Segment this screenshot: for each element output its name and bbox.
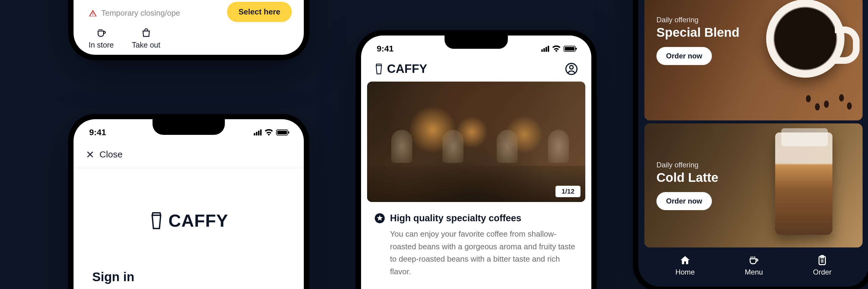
app-header: CAFFY: [361, 62, 591, 81]
option-take-out[interactable]: Take out: [132, 27, 160, 49]
close-label: Close: [99, 149, 123, 159]
status-time: 9:41: [89, 128, 106, 137]
cellular-icon: [541, 46, 549, 52]
home-icon: [680, 255, 690, 265]
card-eyebrow: Daily offering: [656, 161, 718, 169]
warning-icon: [89, 9, 97, 17]
brand-name: CAFFY: [387, 62, 427, 76]
nav-menu[interactable]: Menu: [745, 255, 763, 276]
card-title: Cold Latte: [656, 170, 718, 185]
nav-label: Menu: [745, 268, 763, 276]
battery-icon: [276, 130, 288, 136]
wifi-icon: [265, 129, 273, 136]
cup-logo-icon: [149, 212, 164, 230]
order-now-button[interactable]: Order now: [656, 192, 712, 210]
headline-row: High quality specialty coffees: [361, 202, 591, 228]
select-here-button[interactable]: Select here: [227, 2, 292, 22]
profile-icon[interactable]: [565, 62, 578, 76]
option-in-store[interactable]: In store: [89, 27, 114, 49]
nav-order[interactable]: Order: [813, 255, 832, 276]
clipboard-icon: [817, 255, 828, 265]
status-icons: [254, 129, 288, 136]
card-special-blend[interactable]: Daily offering Special Blend Order now: [644, 0, 863, 120]
battery-icon: [564, 46, 576, 52]
bag-icon: [141, 27, 152, 38]
option-label: In store: [89, 41, 114, 49]
card-eyebrow: Daily offering: [656, 16, 739, 24]
status-time: 9:41: [377, 44, 394, 53]
hero-image[interactable]: 1/12: [367, 81, 585, 202]
close-icon: [86, 150, 95, 159]
nav-label: Order: [813, 268, 832, 276]
headline-text: High quality specialty coffees: [390, 213, 521, 224]
status-icons: [541, 45, 576, 52]
iced-latte-image: [775, 133, 832, 235]
coffee-beans-image: [796, 93, 857, 111]
brand-name: CAFFY: [168, 210, 228, 230]
service-options: In store Take out: [73, 22, 304, 55]
option-label: Take out: [132, 41, 160, 49]
brand-logo[interactable]: CAFFY: [374, 62, 427, 76]
body-text: You can enjoy your favorite coffee from …: [361, 228, 591, 278]
cellular-icon: [254, 130, 261, 136]
bottom-nav: Home Menu Order: [638, 248, 868, 287]
card-title: Special Blend: [656, 25, 739, 40]
menu-cup-icon: [748, 255, 759, 265]
nav-label: Home: [675, 268, 695, 276]
close-button[interactable]: Close: [73, 146, 304, 168]
wifi-icon: [552, 45, 561, 52]
nav-home[interactable]: Home: [675, 255, 695, 276]
brand-logo: CAFFY: [73, 168, 304, 230]
signin-heading: Sign in: [73, 230, 304, 284]
card-cold-latte[interactable]: Daily offering Cold Latte Order now: [644, 123, 863, 248]
svg-point-1: [569, 65, 573, 69]
image-counter: 1/12: [555, 186, 581, 197]
cup-icon: [96, 27, 107, 38]
warning-text: Temporary closing/ope: [101, 8, 180, 18]
cup-logo-icon: [374, 63, 383, 75]
offering-cards: Daily offering Special Blend Order now D…: [638, 0, 868, 248]
star-badge-icon: [374, 213, 385, 224]
coffee-cup-image: [766, 0, 844, 78]
order-now-button[interactable]: Order now: [656, 47, 712, 65]
